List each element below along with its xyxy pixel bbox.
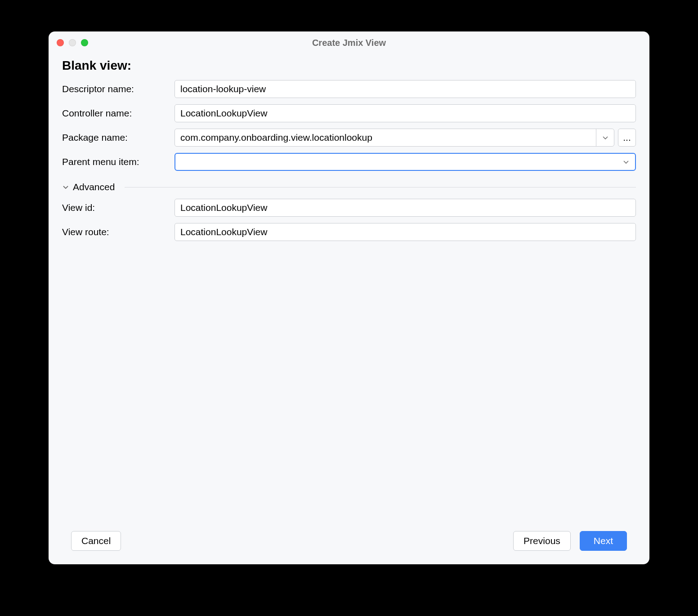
previous-button[interactable]: Previous [513, 531, 571, 551]
advanced-label: Advanced [73, 182, 121, 192]
input-descriptor[interactable] [174, 80, 636, 98]
label-controller: Controller name: [62, 108, 174, 119]
section-header: Blank view: [62, 58, 636, 73]
divider [125, 187, 636, 187]
traffic-lights [57, 39, 88, 46]
titlebar: Create Jmix View [49, 31, 649, 54]
ellipsis-icon: ... [623, 132, 631, 143]
label-descriptor: Descriptor name: [62, 84, 174, 94]
row-parent-menu: Parent menu item: [62, 153, 636, 171]
maximize-icon[interactable] [81, 39, 88, 46]
next-button[interactable]: Next [580, 531, 627, 551]
minimize-icon [69, 39, 76, 46]
input-view-id[interactable] [174, 199, 636, 217]
input-parent-menu[interactable] [175, 154, 617, 170]
close-icon[interactable] [57, 39, 64, 46]
dialog-content: Blank view: Descriptor name: Controller … [49, 54, 649, 522]
window-title: Create Jmix View [49, 38, 649, 48]
label-view-id: View id: [62, 202, 174, 213]
dialog-window: Create Jmix View Blank view: Descriptor … [49, 31, 649, 564]
row-view-id: View id: [62, 199, 636, 217]
chevron-down-icon [62, 183, 69, 191]
combo-package[interactable] [174, 129, 614, 147]
row-controller: Controller name: [62, 104, 636, 122]
chevron-down-icon[interactable] [596, 129, 614, 146]
row-descriptor: Descriptor name: [62, 80, 636, 98]
dialog-footer: Cancel Previous Next [49, 522, 649, 564]
input-view-route[interactable] [174, 223, 636, 241]
browse-button[interactable]: ... [618, 129, 636, 147]
advanced-section-toggle[interactable]: Advanced [62, 182, 636, 192]
chevron-down-icon[interactable] [617, 154, 635, 170]
label-package: Package name: [62, 132, 174, 143]
input-controller[interactable] [174, 104, 636, 122]
label-parent-menu: Parent menu item: [62, 156, 174, 167]
combo-parent-menu[interactable] [174, 153, 636, 171]
row-package: Package name: ... [62, 129, 636, 147]
cancel-button[interactable]: Cancel [71, 531, 121, 551]
label-view-route: View route: [62, 227, 174, 237]
row-view-route: View route: [62, 223, 636, 241]
input-package[interactable] [175, 129, 596, 146]
